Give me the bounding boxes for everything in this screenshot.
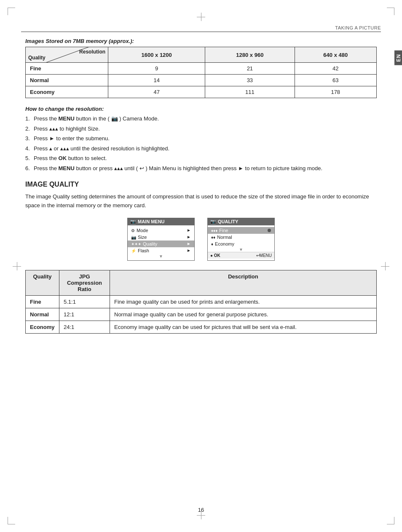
main-menu-body: ⚙Mode►📷Size►✦✦✦Quality►⚡Flash►▼	[128, 225, 194, 260]
quality-menu-item-label: ♦♦Normal	[211, 235, 232, 240]
quality-row-ratio: 12:1	[59, 308, 110, 321]
main-menu-item: 📷Size►	[128, 234, 194, 241]
quality-menu-item-label: ♦Economy	[211, 241, 234, 246]
cross-left	[13, 262, 21, 270]
step-item: 1.Press the MENU button in the ( 📷 ) Cam…	[25, 115, 377, 123]
quality-menu-scroll-indicator: ▼	[208, 247, 274, 252]
diagonal-line	[26, 47, 108, 62]
selected-indicator	[268, 229, 271, 232]
main-menu-box: 📷 MAIN MENU ⚙Mode►📷Size►✦✦✦Quality►⚡Flas…	[127, 218, 195, 261]
quality-row-quality: Fine	[26, 295, 59, 308]
quality-table: Quality JPGCompression Ratio Description…	[25, 270, 377, 334]
page-number: 16	[198, 507, 204, 513]
quality-menu-item: ♦♦Normal	[208, 234, 274, 241]
menu-item-label: 📷Size	[131, 235, 147, 240]
quality-menu-title: QUALITY	[218, 219, 238, 224]
footer-menu: ↩MENU	[256, 253, 272, 258]
corner-mark-bl	[8, 517, 15, 524]
res-row-quality: Economy	[26, 86, 108, 98]
main-menu-item: ✦✦✦Quality►	[128, 241, 194, 247]
quality-row-ratio: 24:1	[59, 321, 110, 333]
footer-ok: ● OK	[210, 253, 220, 258]
camera-icon-main: 📷	[130, 219, 136, 225]
step-item: 3.Press ► to enter the submenu.	[25, 134, 377, 143]
res-row-value: 111	[205, 86, 295, 98]
quality-menu-item-label: ♦♦♦Fine	[211, 228, 228, 233]
steps-list: 1.Press the MENU button in the ( 📷 ) Cam…	[25, 115, 377, 172]
col-header-640: 640 x 480	[295, 47, 376, 63]
res-row-quality: Normal	[26, 75, 108, 86]
step-item: 6.Press the MENU button or press ▴▴▴ unt…	[25, 164, 377, 173]
res-row-value: 178	[295, 86, 376, 98]
how-to-title: How to change the resolution:	[25, 106, 377, 112]
quality-row-quality: Economy	[26, 321, 59, 333]
table-corner-cell: Resolution Quality	[26, 47, 108, 63]
main-menu-title: MAIN MENU	[138, 219, 165, 224]
quality-table-header-jpg: JPGCompression Ratio	[59, 270, 110, 295]
corner-mark-br	[387, 517, 394, 524]
quality-menu-header: 📷 QUALITY	[208, 218, 274, 225]
res-row-value: 33	[205, 75, 295, 86]
step-item: 2.Press ▴▴▴ to highlight Size.	[25, 125, 377, 133]
col-header-1600: 1600 x 1200	[108, 47, 205, 63]
menu-item-icon: ⚡	[131, 249, 136, 253]
camera-icon-quality: 📷	[210, 219, 216, 225]
menu-item-icon: ✦✦✦	[131, 242, 141, 246]
corner-mark-tr	[387, 8, 394, 15]
res-row-quality: Fine	[26, 63, 108, 75]
res-row-value: 42	[295, 63, 376, 75]
menu-item-arrow: ►	[187, 228, 191, 233]
menu-screenshots: 📷 MAIN MENU ⚙Mode►📷Size►✦✦✦Quality►⚡Flas…	[25, 218, 377, 261]
menu-item-icon: ⚙	[131, 228, 135, 233]
quality-row-ratio: 5.1:1	[59, 295, 110, 308]
menu-item-arrow: ►	[187, 241, 191, 246]
quality-menu-item: ♦Economy	[208, 241, 274, 247]
quality-menu-box: 📷 QUALITY ♦♦♦Fine♦♦Normal♦Economy▼● OK↩M…	[207, 218, 275, 261]
col-header-1280: 1280 x 960	[205, 47, 295, 63]
quality-menu-body: ♦♦♦Fine♦♦Normal♦Economy▼● OK↩MENU	[208, 225, 274, 260]
menu-item-arrow: ►	[187, 248, 191, 253]
quality-menu-item-icon: ♦♦	[211, 235, 215, 240]
menu-item-label: ⚡Flash	[131, 248, 149, 253]
quality-row-description: Fine image quality can be used for print…	[110, 295, 377, 308]
res-row-value: 63	[295, 75, 376, 86]
menu-item-label: ⚙Mode	[131, 228, 148, 233]
res-row-value: 9	[108, 63, 205, 75]
page-content: Images Stored on 7MB memory (approx.): R…	[25, 38, 377, 342]
quality-table-header-description: Description	[110, 270, 377, 295]
quality-row-description: Normal image quality can be used for gen…	[110, 308, 377, 321]
menu-item-arrow: ►	[187, 235, 191, 239]
main-menu-item: ⚡Flash►	[128, 247, 194, 254]
quality-row-description: Economy image quality can be used for pi…	[110, 321, 377, 333]
image-quality-heading: IMAGE QUALITY	[25, 181, 377, 188]
step-item: 4.Press ▴ or ▴▴▴ until the desired resol…	[25, 144, 377, 153]
quality-menu-item: ♦♦♦Fine	[208, 227, 274, 234]
res-row-value: 14	[108, 75, 205, 86]
res-row-value: 47	[108, 86, 205, 98]
menu-item-icon: 📷	[131, 235, 136, 240]
quality-menu-item-icon: ♦	[211, 242, 213, 246]
quality-table-header-quality: Quality	[26, 270, 59, 295]
menu-item-label: ✦✦✦Quality	[131, 241, 157, 246]
cross-right	[381, 262, 389, 270]
main-menu-header: 📷 MAIN MENU	[128, 218, 194, 225]
image-quality-description: The image Quality setting determines the…	[25, 192, 377, 210]
menu-scroll-indicator: ▼	[128, 254, 194, 259]
quality-menu-item-icon: ♦♦♦	[211, 228, 217, 233]
quality-menu-footer: ● OK↩MENU	[208, 252, 274, 259]
page-header: TAKING A PICTURE	[335, 25, 381, 30]
res-row-value: 21	[205, 63, 295, 75]
cross-top	[197, 13, 205, 21]
res-table-title: Images Stored on 7MB memory (approx.):	[25, 38, 377, 44]
header-line	[21, 32, 381, 32]
main-menu-item: ⚙Mode►	[128, 227, 194, 234]
step-item: 5.Press the OK button to select.	[25, 154, 377, 163]
resolution-table: Resolution Quality 1600 x 1200 1280 x 96…	[25, 47, 377, 98]
corner-mark-tl	[8, 8, 15, 15]
quality-row-quality: Normal	[26, 308, 59, 321]
side-tab-en: EN	[394, 51, 402, 65]
